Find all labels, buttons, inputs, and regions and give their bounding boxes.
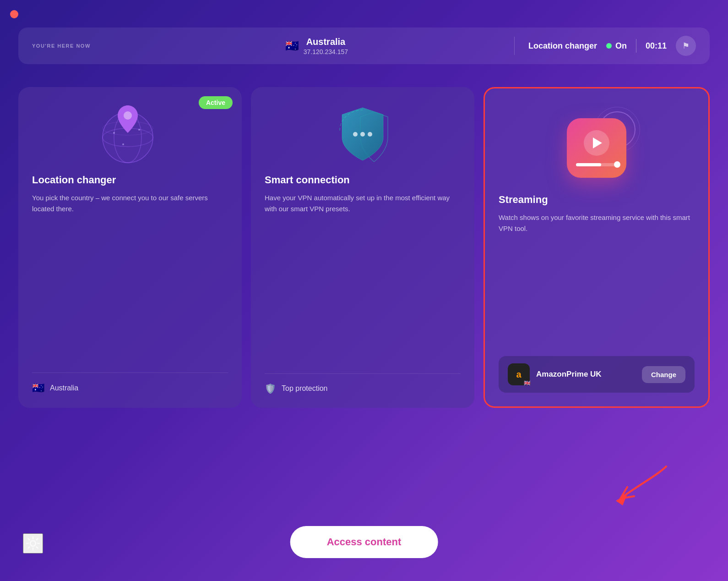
gear-icon: [25, 535, 41, 552]
card-footer-flag: 🇦🇺: [32, 382, 44, 394]
access-content-button[interactable]: Access content: [290, 526, 438, 558]
card-footer-protection: Top protection: [282, 384, 328, 393]
svg-point-8: [124, 111, 132, 120]
svg-point-13: [30, 541, 36, 546]
card-footer-smart: 🛡️ Top protection: [265, 373, 461, 394]
progress-bar-bg: [576, 163, 617, 166]
header-right: Location changer On 00:11 ⚑: [528, 36, 696, 56]
progress-bar-fill: [576, 163, 601, 166]
svg-point-10: [360, 132, 365, 137]
streaming-icon-container: [562, 111, 631, 185]
location-changer-icon-area: [32, 101, 228, 170]
header-location-info: YOU'RE HERE NOW: [32, 43, 133, 49]
header-bar: YOU'RE HERE NOW 🇦🇺 Australia 37.120.234.…: [18, 27, 710, 64]
service-name: AmazonPrime UK: [536, 370, 636, 379]
status-divider: [636, 39, 636, 53]
card-footer-location: 🇦🇺 Australia: [32, 373, 228, 394]
card-desc-location: You pick the country – we connect you to…: [32, 192, 228, 363]
status-dot: [606, 43, 612, 49]
amazon-icon: a 🇬🇧: [508, 363, 530, 385]
card-location-changer[interactable]: Active Location changer You pick the cou: [18, 87, 242, 408]
progress-dot: [614, 161, 620, 168]
svg-point-11: [368, 132, 372, 137]
streaming-service-footer: a 🇬🇧 AmazonPrime UK Change: [499, 356, 695, 393]
svg-point-9: [353, 132, 358, 137]
cards-container: Active Location changer You pick the cou: [18, 87, 710, 408]
change-button[interactable]: Change: [642, 366, 685, 383]
play-circle: [584, 130, 609, 156]
card-smart-connection[interactable]: Smart connection Have your VPN automatic…: [251, 87, 474, 408]
card-streaming[interactable]: Streaming Watch shows on your favorite s…: [484, 87, 710, 408]
card-desc-streaming: Watch shows on your favorite streaming s…: [499, 212, 695, 356]
card-title-streaming: Streaming: [499, 194, 695, 206]
card-footer-country: Australia: [50, 384, 78, 392]
streaming-icon-area: [499, 102, 695, 185]
arrow-annotation: [584, 462, 685, 517]
country-name: Australia: [306, 37, 346, 47]
settings-button[interactable]: [23, 533, 43, 554]
play-icon-box: [567, 118, 626, 178]
flag-button-icon: ⚑: [682, 41, 690, 51]
ip-address: 37.120.234.157: [304, 48, 348, 55]
traffic-light-close[interactable]: [10, 10, 18, 18]
flag-button[interactable]: ⚑: [676, 36, 696, 56]
active-badge: Active: [199, 96, 233, 109]
svg-marker-12: [616, 494, 627, 505]
play-arrow: [593, 137, 602, 148]
country-flag: 🇦🇺: [285, 39, 299, 52]
header-country: 🇦🇺 Australia 37.120.234.157: [133, 37, 500, 55]
you-are-here-label: YOU'RE HERE NOW: [32, 43, 133, 49]
shield-svg: [335, 103, 390, 167]
smart-connection-icon-area: [265, 101, 461, 170]
status-text: On: [615, 41, 627, 51]
globe-svg: [100, 103, 160, 167]
amazon-flag: 🇬🇧: [524, 380, 531, 386]
header-divider: [514, 37, 515, 55]
card-desc-smart: Have your VPN automatically set up in th…: [265, 192, 461, 364]
card-title-location: Location changer: [32, 174, 228, 186]
connection-timer: 00:11: [646, 41, 667, 51]
location-changer-label: Location changer: [528, 41, 597, 51]
card-title-smart: Smart connection: [265, 174, 461, 186]
status-indicator: On: [606, 41, 627, 51]
shield-footer-icon: 🛡️: [265, 383, 276, 394]
